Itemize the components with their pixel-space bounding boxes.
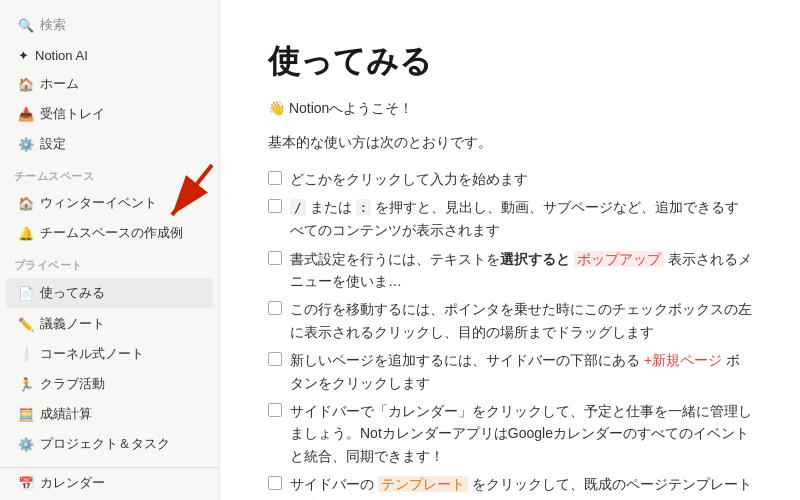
notes-icon: ✏️ — [18, 317, 34, 332]
checklist-text-6: サイドバーで「カレンダー」をクリックして、予定と仕事を一緒に管理しましょう。No… — [290, 400, 752, 467]
sidebar-item-inbox[interactable]: 📥 受信トレイ — [6, 100, 213, 128]
team-section-label: チームスペース — [0, 159, 219, 188]
sidebar-item-calendar[interactable]: 📅 カレンダー — [6, 469, 213, 497]
winter-event-icon: 🏠 — [18, 196, 34, 211]
home-label: ホーム — [40, 75, 79, 93]
sidebar-item-cornell[interactable]: ❕ コーネル式ノート — [6, 340, 213, 368]
welcome-line: 👋 Notionへようこそ！ — [268, 100, 752, 118]
checklist-item-2: / または : を押すと、見出し、動画、サブページなど、追加できるすべてのコンテ… — [268, 196, 752, 241]
club-label: クラブ活動 — [40, 375, 105, 393]
sidebar-item-try-left: 📄 使ってみる — [18, 284, 105, 302]
sidebar-item-home[interactable]: 🏠 ホーム — [6, 70, 213, 98]
checklist-item-5: 新しいページを追加するには、サイドバーの下部にある +新規ページ ボタンをクリッ… — [268, 349, 752, 394]
sidebar-item-grades[interactable]: 🧮 成績計算 — [6, 400, 213, 428]
settings-icon: ⚙️ — [18, 137, 34, 152]
sidebar-divider — [0, 467, 219, 468]
inbox-icon: 📥 — [18, 107, 34, 122]
sidebar-item-settings[interactable]: ⚙️ 設定 — [6, 130, 213, 158]
checklist-text-1: どこかをクリックして入力を始めます — [290, 168, 528, 190]
checkbox-2[interactable] — [268, 199, 282, 213]
page-title: 使ってみる — [268, 40, 752, 84]
checklist-text-5: 新しいページを追加するには、サイドバーの下部にある +新規ページ ボタンをクリッ… — [290, 349, 752, 394]
checklist-text-2: / または : を押すと、見出し、動画、サブページなど、追加できるすべてのコンテ… — [290, 196, 752, 241]
checkbox-4[interactable] — [268, 301, 282, 315]
checkbox-7[interactable] — [268, 476, 282, 490]
checklist-item-3: 書式設定を行うには、テキストを選択すると ポップアップ 表示されるメニューを使い… — [268, 248, 752, 293]
checklist-item-4: この行を移動するには、ポインタを乗せた時にこのチェックボックスの左に表示されるク… — [268, 298, 752, 343]
try-icon: 📄 — [18, 286, 34, 301]
intro-line: 基本的な使い方は次のとおりです。 — [268, 134, 752, 152]
main-content: 使ってみる 👋 Notionへようこそ！ 基本的な使い方は次のとおりです。 どこ… — [220, 0, 800, 500]
private-section-label: プライベート — [0, 248, 219, 277]
sidebar-item-try[interactable]: 📄 使ってみる ··· + ページを追加 — [6, 278, 213, 308]
slash-code: / — [290, 199, 306, 216]
checklist-item-7: サイドバーの テンプレート をクリックして、既成のページテンプレートを使用します — [268, 473, 752, 500]
checklist-item-6: サイドバーで「カレンダー」をクリックして、予定と仕事を一緒に管理しましょう。No… — [268, 400, 752, 467]
notion-ai-label: Notion AI — [35, 48, 88, 63]
club-icon: 🏃 — [18, 377, 34, 392]
sidebar: 🔍 検索 ✦ Notion AI 🏠 ホーム 📥 受信トレイ ⚙️ 設定 チーム… — [0, 0, 220, 500]
inbox-label: 受信トレイ — [40, 105, 105, 123]
checklist-item-1: どこかをクリックして入力を始めます — [268, 168, 752, 190]
colon-code: : — [356, 199, 372, 216]
checklist-text-7: サイドバーの テンプレート をクリックして、既成のページテンプレートを使用します — [290, 473, 752, 500]
new-page-highlight: +新規ページ — [644, 352, 722, 368]
sidebar-item-club[interactable]: 🏃 クラブ活動 — [6, 370, 213, 398]
sidebar-item-team-example[interactable]: 🔔 チームスペースの作成例 — [6, 219, 213, 247]
checklist-text-3: 書式設定を行うには、テキストを選択すると ポップアップ 表示されるメニューを使い… — [290, 248, 752, 293]
settings-label: 設定 — [40, 135, 66, 153]
sidebar-item-notion-ai[interactable]: ✦ Notion AI — [6, 43, 213, 68]
checkbox-3[interactable] — [268, 251, 282, 265]
grades-label: 成績計算 — [40, 405, 92, 423]
projects-icon: ⚙️ — [18, 437, 34, 452]
cornell-label: コーネル式ノート — [40, 345, 144, 363]
sidebar-item-projects[interactable]: ⚙️ プロジェクト＆タスク — [6, 430, 213, 458]
checkbox-1[interactable] — [268, 171, 282, 185]
calendar-icon: 📅 — [18, 476, 34, 491]
notes-label: 議義ノート — [40, 315, 105, 333]
cornell-icon: ❕ — [18, 347, 34, 362]
checkbox-6[interactable] — [268, 403, 282, 417]
template-highlight: テンプレート — [378, 476, 468, 492]
grades-icon: 🧮 — [18, 407, 34, 422]
add-page-tooltip: ページを追加 — [145, 313, 220, 338]
bold-text: 選択すると — [500, 251, 570, 267]
search-label: 検索 — [40, 16, 66, 34]
add-page-button[interactable]: + ページを追加 — [181, 283, 201, 303]
calendar-label: カレンダー — [40, 474, 105, 492]
projects-label: プロジェクト＆タスク — [40, 435, 170, 453]
checklist-text-4: この行を移動するには、ポインタを乗せた時にこのチェックボックスの左に表示されるク… — [290, 298, 752, 343]
search-icon: 🔍 — [18, 18, 34, 33]
more-button[interactable]: ··· — [159, 283, 179, 303]
team-example-icon: 🔔 — [18, 226, 34, 241]
home-icon: 🏠 — [18, 77, 34, 92]
popup-highlight: ポップアップ — [574, 251, 664, 267]
sidebar-item-winter-event[interactable]: 🏠 ウィンターイベント — [6, 189, 213, 217]
notion-ai-icon: ✦ — [18, 48, 29, 63]
checkbox-5[interactable] — [268, 352, 282, 366]
try-label: 使ってみる — [40, 284, 105, 302]
winter-event-label: ウィンターイベント — [40, 194, 157, 212]
search-item[interactable]: 🔍 検索 — [6, 10, 213, 40]
team-example-label: チームスペースの作成例 — [40, 224, 183, 242]
